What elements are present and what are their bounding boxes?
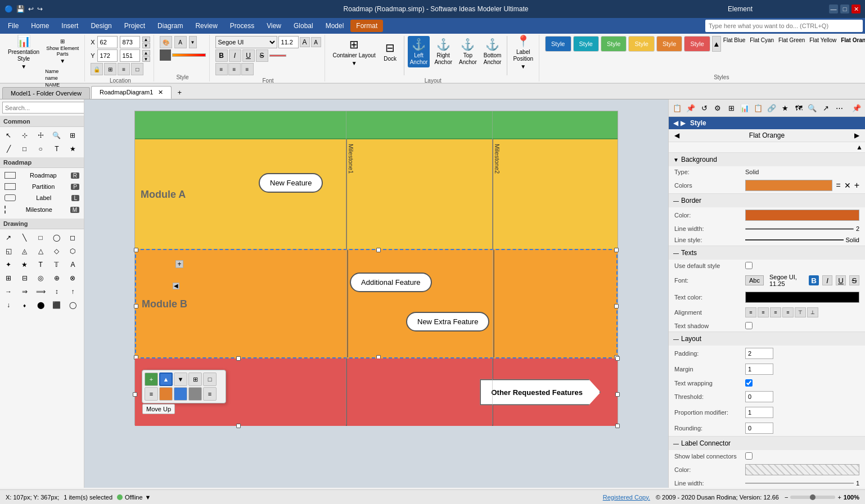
text-color-swatch2[interactable] xyxy=(745,292,859,303)
popup-color3-btn[interactable] xyxy=(188,387,202,401)
text-color-underline[interactable] xyxy=(269,55,286,57)
popup-box-btn[interactable]: □ xyxy=(203,373,217,386)
align-right-btn[interactable]: ≡ xyxy=(241,63,254,75)
panel-style-nav-fwd[interactable]: ▶ xyxy=(681,119,686,127)
draw-tool-13[interactable]: T xyxy=(34,258,47,271)
style-flat-green-btn[interactable]: Style xyxy=(601,36,627,52)
text-shadow-checkbox[interactable] xyxy=(745,322,753,329)
dock-btn[interactable]: ⊟ Dock xyxy=(380,36,400,67)
show-element-parts-btn[interactable]: ⊞ Show ElementParts ▼ xyxy=(44,36,81,66)
menu-global[interactable]: Global xyxy=(288,20,319,32)
tool-pan[interactable]: ☩ xyxy=(34,129,47,142)
popup-align-btn[interactable]: ≡ xyxy=(203,387,217,401)
width-input[interactable] xyxy=(120,36,140,48)
panel-tb-settings[interactable]: ⚙ xyxy=(711,102,724,114)
height-down-btn[interactable]: ▼ xyxy=(142,56,150,62)
font-size-up-btn[interactable]: A xyxy=(300,37,310,47)
font-family-select[interactable]: Segoe UI xyxy=(215,36,277,48)
draw-tool-24[interactable]: ↕ xyxy=(51,285,63,298)
handle-c-top[interactable] xyxy=(236,356,241,361)
tool-line[interactable]: ╱ xyxy=(2,143,15,155)
quick-access-redo[interactable]: ↪ xyxy=(37,5,43,13)
texts-section-header[interactable]: — Texts xyxy=(669,246,865,260)
draw-tool-15[interactable]: A xyxy=(66,258,79,271)
use-default-checkbox[interactable] xyxy=(745,262,753,269)
label-position-btn[interactable]: 📍 LabelPosition ▼ xyxy=(511,36,535,67)
presentation-style-btn[interactable]: 📊 PresentationStyle ▼ xyxy=(6,36,42,67)
threshold-input[interactable] xyxy=(745,391,773,402)
handle-c-left[interactable] xyxy=(133,392,137,397)
zoom-slider[interactable] xyxy=(790,496,835,499)
align-center-btn[interactable]: ≡ xyxy=(228,63,241,75)
handle-tr[interactable] xyxy=(614,248,619,252)
align-text-center-btn[interactable]: ≡ xyxy=(758,307,769,317)
background-color-swatch[interactable] xyxy=(745,180,832,191)
show-connectors-checkbox[interactable] xyxy=(745,452,753,460)
zoom-in-btn[interactable]: + xyxy=(837,494,841,501)
active-style-nav-fwd[interactable]: ▶ xyxy=(854,131,859,139)
draw-tool-7[interactable]: ◬ xyxy=(19,245,31,257)
style-flat-blue-btn[interactable]: Style xyxy=(545,36,571,52)
italic-btn[interactable]: I xyxy=(229,49,241,62)
color-more-btn[interactable]: ▼ xyxy=(189,36,197,48)
padding-input[interactable] xyxy=(745,348,773,359)
draw-tool-20[interactable]: ⊗ xyxy=(66,272,79,284)
popup-color2-btn[interactable] xyxy=(174,387,187,401)
proportion-input[interactable] xyxy=(745,407,773,418)
menu-design[interactable]: Design xyxy=(85,20,117,32)
canvas-area[interactable]: + Module A Milestone1 Milestone2 New Fea… xyxy=(84,99,668,488)
style-flat-yellow-btn[interactable]: Style xyxy=(628,36,654,52)
menu-model[interactable]: Model xyxy=(320,20,350,32)
handle-c-bottom[interactable] xyxy=(236,424,241,428)
rounding-input[interactable] xyxy=(745,423,773,434)
feature-new-extra-feature[interactable]: New Extra Feature xyxy=(406,312,489,332)
bg-color-eq-btn[interactable]: = xyxy=(836,181,840,190)
panel-tb-table[interactable]: 📋 xyxy=(752,102,764,114)
menu-review[interactable]: Review xyxy=(190,20,223,32)
status-dropdown[interactable]: ▼ xyxy=(145,494,151,501)
width-up-btn[interactable]: ▲ xyxy=(142,37,150,42)
bg-color-del-btn[interactable]: ✕ xyxy=(844,181,851,190)
handle-left[interactable] xyxy=(134,304,138,308)
font-italic-btn[interactable]: I xyxy=(822,275,832,285)
feature-new-feature[interactable]: New Feature xyxy=(259,173,323,193)
border-section-header[interactable]: — Border xyxy=(669,194,865,207)
x-input[interactable] xyxy=(97,36,118,48)
quick-access-undo[interactable]: ↩ xyxy=(28,5,34,13)
background-section-header[interactable]: ▼ Background xyxy=(669,153,865,166)
right-anchor-btn[interactable]: ⚓ RightAnchor xyxy=(432,36,454,67)
window-controls[interactable]: — □ ✕ xyxy=(829,4,861,13)
sidebar-item-milestone[interactable]: Milestone M xyxy=(2,204,82,215)
text-color-swatch[interactable] xyxy=(160,49,171,61)
font-underline-btn[interactable]: U xyxy=(836,275,846,285)
align-text-top-btn[interactable]: ⊤ xyxy=(795,307,806,317)
handle-c-tr[interactable] xyxy=(615,356,620,361)
draw-tool-17[interactable]: ⊟ xyxy=(19,272,31,284)
add-tab-btn[interactable]: + xyxy=(173,86,186,99)
add-element-handle[interactable]: + xyxy=(175,260,183,268)
connector-color-swatch[interactable] xyxy=(745,464,859,475)
tool-star[interactable]: ★ xyxy=(66,143,79,155)
margin-input[interactable] xyxy=(745,364,773,375)
menu-project[interactable]: Project xyxy=(119,20,151,32)
tool-ellipse[interactable]: ○ xyxy=(34,143,47,155)
draw-tool-18[interactable]: ◎ xyxy=(34,272,47,284)
panel-tb-link[interactable]: 🔗 xyxy=(765,102,778,114)
align-left-btn[interactable]: ≡ xyxy=(215,63,228,75)
draw-tool-22[interactable]: ⇒ xyxy=(19,285,31,298)
handle-top[interactable] xyxy=(376,248,381,252)
close-tab-btn[interactable]: ✕ xyxy=(158,89,163,96)
panel-tb-copy-style[interactable]: 📋 xyxy=(671,102,683,114)
draw-tool-21[interactable]: → xyxy=(2,285,15,298)
draw-tool-6[interactable]: ◱ xyxy=(2,245,15,257)
panel-tb-grid[interactable]: ⊞ xyxy=(725,102,737,114)
rm-row-module-c[interactable]: Other Requested Features + ▲ ▼ ⊞ □ ≡ xyxy=(135,358,618,426)
tab-model-overview[interactable]: Model1 - Folder Overview xyxy=(2,87,90,99)
handle-c-right[interactable] xyxy=(615,392,620,397)
popup-grid-btn[interactable]: ⊞ xyxy=(188,373,202,386)
panel-pin-btn[interactable]: 📌 xyxy=(850,102,863,114)
draw-tool-26[interactable]: ↓ xyxy=(2,299,15,311)
width-down-btn[interactable]: ▼ xyxy=(142,43,150,48)
popup-list-btn[interactable]: ≡ xyxy=(145,387,158,401)
distribute-btn[interactable]: ≡ xyxy=(118,63,130,75)
